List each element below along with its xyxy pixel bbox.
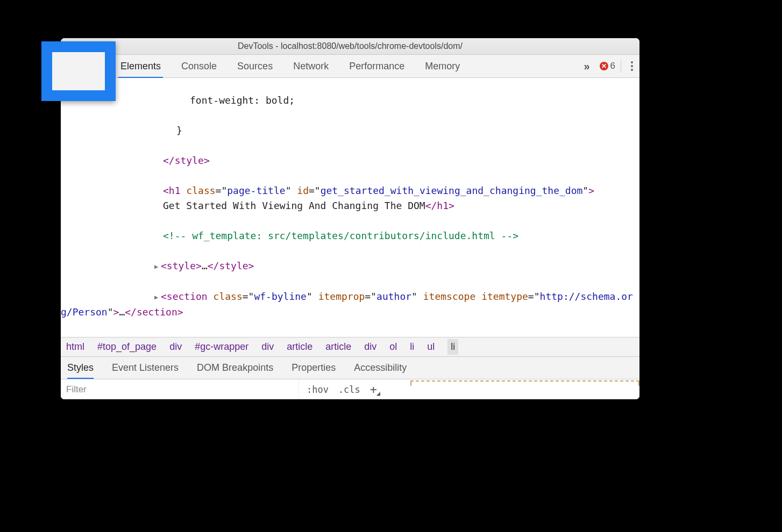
cls-button[interactable]: .cls [338,384,360,395]
expand-arrow-icon[interactable]: ▶ [154,290,161,305]
tag-style-close[interactable]: style [175,155,204,166]
tab-elements[interactable]: Elements [120,55,161,77]
panel-tabs: Elements Console Sources Network Perform… [111,55,577,77]
breadcrumb-item[interactable]: ul [427,341,435,353]
elements-panel: font-weight: bold; } </style> <h1 class=… [61,78,639,399]
tab-properties[interactable]: Properties [292,357,336,379]
settings-menu-icon[interactable] [631,61,633,71]
titlebar: DevTools - localhost:8080/web/tools/chro… [61,38,639,55]
breadcrumb-item[interactable]: div [364,341,376,353]
devtools-window: DevTools - localhost:8080/web/tools/chro… [61,38,639,399]
comment[interactable]: <!-- wf_template: src/templates/contribu… [163,230,518,241]
tab-accessibility[interactable]: Accessibility [354,357,407,379]
h1-text: Get Started With Viewing And Changing Th… [163,200,425,211]
styles-filter-row: :hov .cls +◢ [61,379,639,399]
filter-buttons: :hov .cls +◢ [298,379,385,399]
breadcrumb-item[interactable]: div [261,341,274,353]
breadcrumb-item[interactable]: article [325,341,351,353]
breadcrumbs: html #top_of_page div #gc-wrapper div ar… [61,337,639,356]
window-title: DevTools - localhost:8080/web/tools/chro… [61,41,639,51]
breadcrumb-item-selected[interactable]: li [447,339,458,355]
expand-arrow-icon[interactable]: ▶ [154,259,161,274]
breadcrumb-item[interactable]: #gc-wrapper [195,341,248,353]
inspect-tool-highlight [41,41,116,101]
error-count: 6 [610,61,615,71]
code-text: font-weight: bold; [190,95,295,106]
toolbar-right: » ✕ 6 [577,55,639,77]
new-style-rule-button[interactable]: +◢ [370,383,377,396]
tab-memory[interactable]: Memory [425,55,460,77]
box-model-area [410,380,639,386]
tab-network[interactable]: Network [293,55,329,77]
tab-styles[interactable]: Styles [67,357,94,379]
code-text: } [176,125,182,136]
inspect-tool-highlight-inner [52,52,105,90]
devtools-toolbar: Elements Console Sources Network Perform… [61,55,639,78]
breadcrumb-item[interactable]: li [410,341,414,353]
breadcrumb-item[interactable]: div [169,341,182,353]
breadcrumb-item[interactable]: ol [389,341,397,353]
breadcrumb-item[interactable]: article [287,341,312,353]
tag-style[interactable]: style [167,260,196,271]
dom-tree[interactable]: font-weight: bold; } </style> <h1 class=… [61,78,639,337]
tag-h1[interactable]: h1 [169,185,181,196]
tab-console[interactable]: Console [181,55,217,77]
styles-panel-tabs: Styles Event Listeners DOM Breakpoints P… [61,356,639,379]
error-icon: ✕ [600,62,608,70]
tab-sources[interactable]: Sources [237,55,273,77]
more-tabs-icon[interactable]: » [584,60,589,73]
error-badge[interactable]: ✕ 6 [600,60,621,73]
tab-performance[interactable]: Performance [349,55,404,77]
tag-section[interactable]: section [167,291,208,302]
filter-input[interactable] [61,379,298,399]
tab-event-listeners[interactable]: Event Listeners [112,357,179,379]
breadcrumb-item[interactable]: #top_of_page [97,341,157,353]
tab-dom-breakpoints[interactable]: DOM Breakpoints [197,357,273,379]
breadcrumb-item[interactable]: html [66,341,84,353]
hov-button[interactable]: :hov [307,384,329,395]
